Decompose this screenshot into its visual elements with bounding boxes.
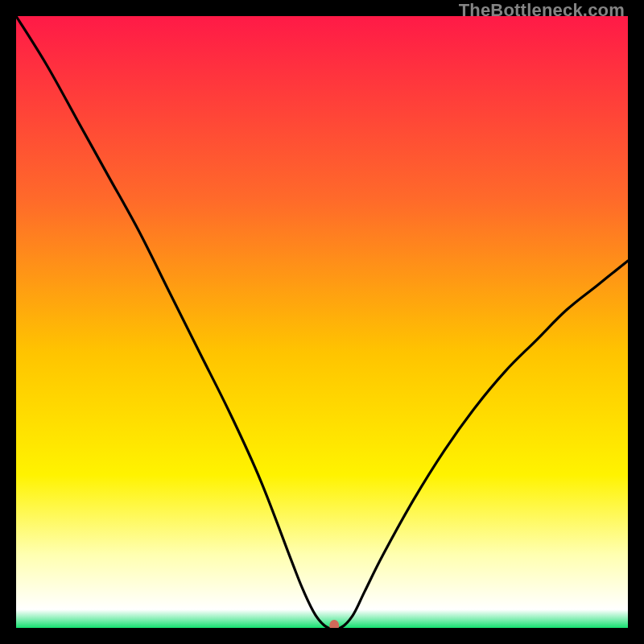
chart-frame (16, 16, 628, 628)
gradient-background (16, 16, 628, 628)
bottleneck-chart (16, 16, 628, 628)
watermark-text: TheBottleneck.com (459, 0, 625, 21)
